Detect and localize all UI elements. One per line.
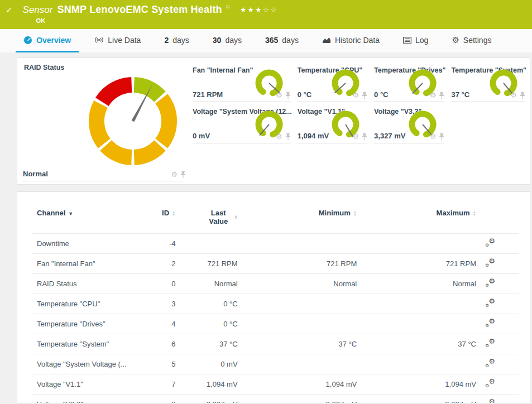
tab-log[interactable]: Log — [395, 29, 436, 52]
cell-ch[interactable]: Voltage "V3.3" — [32, 395, 146, 404]
sensor-tabbar: OverviewLive Data2days30days365daysHisto… — [0, 29, 532, 52]
raid-status-gauge — [81, 69, 185, 173]
gauges-panel: RAID Status Normal ⚙ Fan "Internal Fan"7… — [17, 57, 530, 185]
gauge-actions: ⚙ — [276, 92, 291, 99]
gear-icon[interactable]: ⚙ — [276, 93, 282, 98]
gear-icon[interactable]: ⚙ — [171, 172, 178, 177]
priority-stars[interactable]: ★★★☆☆ — [240, 6, 278, 14]
channel-settings-icon[interactable]: ⚙⚙ — [485, 339, 495, 348]
pin-icon[interactable] — [285, 92, 291, 99]
gear-icon[interactable]: ⚙ — [430, 134, 437, 140]
tab-historic-data[interactable]: Historic Data — [314, 29, 387, 52]
cell-ch[interactable]: Temperature "CPU" — [32, 294, 146, 314]
gauge-value: 3,327 mV — [374, 132, 405, 140]
cell-last — [180, 234, 242, 254]
cell-ch[interactable]: RAID Status — [32, 274, 146, 294]
cell-ch[interactable]: Temperature "Drives" — [32, 314, 146, 334]
cell-ch[interactable]: Voltage "V1.1" — [32, 374, 146, 395]
sort-desc-icon[interactable]: ▼ — [68, 211, 73, 217]
tab-number: 365 — [265, 36, 278, 45]
tab-label: days — [172, 36, 189, 45]
tab-days[interactable]: 2days — [156, 29, 196, 52]
pin-icon[interactable] — [439, 133, 444, 140]
gear-icon[interactable]: ⚙ — [430, 93, 437, 98]
channel-settings-icon[interactable]: ⚙⚙ — [485, 379, 495, 388]
flag-icon[interactable]: ⚐ — [226, 4, 231, 11]
star-empty-icon[interactable]: ☆ — [270, 6, 278, 14]
cell-id: 7 — [146, 374, 180, 395]
cell-max — [361, 234, 481, 254]
cell-ch[interactable]: Fan "Internal Fan" — [32, 254, 146, 274]
pin-icon[interactable] — [285, 133, 291, 140]
tab-live-data[interactable]: Live Data — [87, 29, 148, 52]
cell-ch[interactable]: Voltage "System Voltage (... — [32, 354, 146, 374]
raid-gauge-segment — [134, 146, 160, 158]
cell-actions: ⚙⚙ — [481, 314, 519, 334]
star-filled-icon[interactable]: ★ — [255, 6, 263, 14]
cell-actions: ⚙⚙ — [481, 334, 519, 354]
sensor-header: ✓ Sensor SNMP LenovoEMC System Health ⚐ … — [0, 0, 532, 29]
table-row: Voltage "System Voltage (...50 mV⚙⚙ — [32, 354, 519, 374]
star-empty-icon[interactable]: ☆ — [263, 6, 271, 14]
tab-label: days — [282, 36, 299, 45]
cell-ch[interactable]: Temperature "System" — [32, 334, 146, 354]
cell-id: 2 — [146, 254, 180, 274]
cell-max — [361, 294, 481, 314]
sort-toggle-icon[interactable]: ▲▼ — [473, 211, 476, 216]
channel-settings-icon[interactable]: ⚙⚙ — [485, 299, 495, 307]
pin-icon[interactable] — [362, 133, 367, 140]
pin-icon[interactable] — [439, 92, 444, 99]
cell-last: 3,327 mV — [180, 395, 242, 404]
gear-icon[interactable]: ⚙ — [510, 93, 517, 98]
column-header-last[interactable]: Last Value▲▼ — [180, 201, 242, 234]
pin-icon[interactable] — [180, 171, 186, 178]
channel-settings-icon[interactable]: ⚙⚙ — [485, 258, 495, 267]
gear-icon[interactable]: ⚙ — [352, 134, 359, 140]
table-row: RAID Status0NormalNormalNormal⚙⚙ — [32, 274, 519, 294]
column-header-id[interactable]: ID▲▼ — [146, 201, 180, 234]
channel-settings-icon[interactable]: ⚙⚙ — [485, 238, 495, 247]
column-header-ch[interactable]: Channel▼ — [32, 201, 146, 234]
tab-settings[interactable]: ⚙Settings — [444, 29, 499, 52]
gear-icon[interactable]: ⚙ — [276, 134, 282, 140]
channel-settings-icon[interactable]: ⚙⚙ — [485, 278, 495, 287]
cell-id: 6 — [146, 334, 180, 354]
cell-ch[interactable]: Downtime — [32, 234, 146, 254]
column-header-act — [481, 201, 519, 234]
sort-toggle-icon[interactable]: ▲▼ — [234, 215, 237, 220]
pin-icon[interactable] — [520, 92, 525, 99]
channel-settings-icon[interactable]: ⚙⚙ — [485, 319, 495, 328]
table-row: Voltage "V1.1"71,094 mV1,094 mV1,094 mV⚙… — [32, 374, 519, 395]
table-row: Voltage "V3.3"83,327 mV3,327 mV3,327 mV⚙… — [32, 395, 519, 404]
gauge-actions: ⚙ — [430, 133, 445, 140]
channel-settings-icon[interactable]: ⚙⚙ — [485, 399, 495, 403]
cell-last: 37 °C — [180, 334, 242, 354]
star-filled-icon[interactable]: ★ — [247, 6, 255, 14]
sort-toggle-icon[interactable]: ▲▼ — [353, 211, 357, 216]
tab-days[interactable]: 30days — [205, 29, 250, 52]
pin-icon[interactable] — [362, 92, 367, 99]
cell-min — [242, 294, 362, 314]
gear-icon: ⚙ — [452, 37, 459, 44]
column-header-max[interactable]: Maximum▲▼ — [361, 201, 481, 234]
cell-actions: ⚙⚙ — [481, 254, 519, 274]
channel-settings-icon[interactable]: ⚙⚙ — [485, 359, 495, 368]
chart-icon — [322, 36, 331, 44]
cell-actions: ⚙⚙ — [481, 234, 519, 254]
gear-icon[interactable]: ⚙ — [352, 93, 359, 98]
column-header-min[interactable]: Minimum▲▼ — [242, 201, 362, 234]
sort-toggle-icon[interactable]: ▲▼ — [172, 211, 175, 216]
tab-overview[interactable]: Overview — [16, 29, 79, 52]
channel-gauge-cell: Voltage "System Voltage (12...0 mV⚙ — [193, 104, 292, 145]
channel-gauge-cell: Temperature "CPU"0 °C⚙ — [298, 62, 368, 104]
cell-min — [242, 354, 362, 374]
table-row: Downtime-4⚙⚙ — [32, 234, 519, 254]
cell-last: 0 °C — [180, 294, 242, 314]
tab-days[interactable]: 365days — [257, 29, 306, 52]
sensor-title-block: Sensor SNMP LenovoEMC System Health ⚐ ★★… — [23, 4, 278, 24]
star-filled-icon[interactable]: ★ — [240, 6, 248, 14]
object-kind-label: Sensor — [23, 4, 53, 16]
column-label: Maximum — [437, 209, 470, 217]
cell-last: 721 RPM — [180, 254, 242, 274]
cell-actions: ⚙⚙ — [481, 395, 519, 404]
